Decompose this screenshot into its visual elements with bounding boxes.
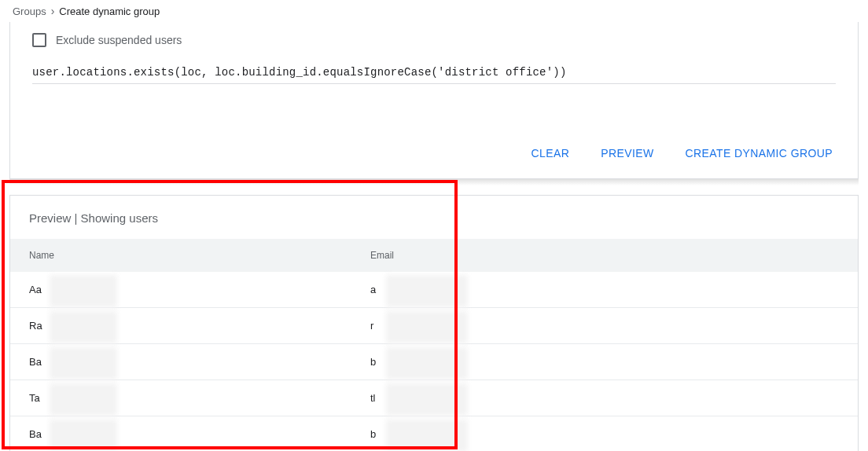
redaction-bar [386, 275, 468, 307]
preview-button[interactable]: PREVIEW [598, 144, 657, 163]
preview-section: Preview | Showing users Name Email Aa a … [9, 195, 859, 451]
breadcrumb-parent[interactable]: Groups [13, 6, 46, 17]
breadcrumb: Groups › Create dynamic group [0, 0, 868, 22]
table-row[interactable]: Aa a [10, 272, 858, 308]
expression-input[interactable]: user.locations.exists(loc, loc.building_… [32, 63, 836, 84]
redaction-bar [386, 420, 468, 451]
redaction-bar [50, 347, 117, 380]
redaction-bar [50, 275, 117, 307]
clear-button[interactable]: CLEAR [528, 144, 573, 163]
redaction-bar [50, 420, 117, 451]
redaction-bar [50, 311, 117, 343]
action-row: CLEAR PREVIEW CREATE DYNAMIC GROUP [32, 84, 836, 166]
breadcrumb-current: Create dynamic group [59, 6, 160, 17]
checkbox-icon[interactable] [32, 33, 46, 47]
exclude-suspended-label: Exclude suspended users [56, 34, 182, 46]
table-row[interactable]: Ba b [10, 344, 858, 380]
table-row[interactable]: Ba b [10, 416, 858, 451]
redaction-bar [386, 311, 468, 343]
create-group-button[interactable]: CREATE DYNAMIC GROUP [682, 144, 836, 163]
exclude-suspended-row[interactable]: Exclude suspended users [32, 22, 836, 63]
column-name-header: Name [29, 250, 370, 261]
chevron-right-icon: › [51, 5, 55, 17]
column-email-header: Email [370, 250, 839, 261]
redaction-bar [50, 383, 117, 416]
redaction-bar [386, 347, 468, 380]
redaction-bar [386, 383, 468, 416]
shadow-divider [9, 179, 859, 185]
table-header: Name Email [10, 239, 858, 272]
config-card: Exclude suspended users user.locations.e… [9, 22, 859, 179]
table-row[interactable]: Ra r [10, 308, 858, 344]
table-row[interactable]: Ta tl [10, 380, 858, 416]
preview-header: Preview | Showing users [10, 196, 858, 239]
